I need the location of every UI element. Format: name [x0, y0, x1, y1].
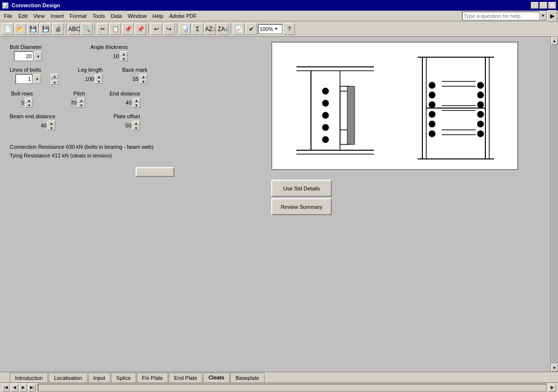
end-distance-down[interactable]: ▼ — [133, 103, 140, 108]
lines-of-bolts-input[interactable]: 1 — [16, 74, 32, 84]
tb-paste2[interactable]: 📌 — [135, 23, 146, 35]
back-mark-down[interactable]: ▼ — [140, 79, 147, 84]
help-go-button[interactable]: ▶ — [547, 10, 557, 22]
svg-point-16 — [429, 82, 435, 89]
end-distance-control: 40 ▲ ▼ — [109, 98, 140, 108]
zoom-arrow[interactable]: ▼ — [274, 27, 278, 31]
lines-of-bolts-dropdown[interactable]: ▼ — [33, 74, 41, 84]
scroll-track[interactable] — [551, 45, 558, 364]
blank-button[interactable] — [136, 167, 174, 177]
leg-length-control: 100 ▲ ▼ — [78, 74, 103, 84]
menu-view[interactable]: View — [31, 12, 48, 20]
bolt-diameter-input[interactable]: 20 — [14, 51, 33, 61]
svg-point-17 — [429, 92, 435, 98]
bolt-4 — [322, 124, 329, 131]
pitch-spinner: ▲ ▼ — [78, 98, 85, 108]
back-mark-up[interactable]: ▲ — [140, 74, 147, 79]
menu-format[interactable]: Format — [67, 12, 90, 20]
help-dropdown[interactable]: ▼ — [540, 12, 546, 20]
tab-baseplate[interactable]: Baseplate — [230, 373, 264, 382]
plate-offset-up[interactable]: ▲ — [132, 121, 140, 125]
menu-window[interactable]: Window — [125, 12, 150, 20]
menu-tools[interactable]: Tools — [90, 12, 108, 20]
use-std-details-button[interactable]: Use Std Details — [271, 180, 332, 197]
menu-data[interactable]: Data — [108, 12, 124, 20]
lines-down[interactable]: ▼ — [51, 80, 59, 85]
tb-spell[interactable]: ABC — [68, 23, 80, 35]
scroll-up-button[interactable]: ▲ — [551, 37, 558, 45]
nav-prev[interactable]: ◀ — [11, 384, 18, 392]
nav-first[interactable]: |◀ — [2, 384, 10, 392]
tb-print[interactable]: 🖨 — [52, 23, 64, 35]
svg-point-25 — [477, 111, 484, 118]
tb-bar[interactable]: 📈 — [233, 23, 245, 35]
tb-save[interactable]: 💾 — [27, 23, 39, 35]
beam-end-up[interactable]: ▲ — [47, 121, 55, 125]
minimize-button[interactable]: ─ — [531, 2, 539, 9]
menu-file[interactable]: File — [1, 12, 16, 20]
beam-end-down[interactable]: ▼ — [47, 125, 55, 130]
tb-sigma[interactable]: Σ — [192, 23, 203, 35]
pitch-up[interactable]: ▲ — [78, 98, 85, 103]
tab-fin-plate[interactable]: Fin Plate — [137, 373, 168, 382]
scroll-down-button[interactable]: ▼ — [551, 364, 558, 372]
leg-length-field: Leg length 100 ▲ ▼ — [78, 67, 103, 84]
review-summary-button[interactable]: Review Summary — [271, 198, 332, 215]
lines-up[interactable]: ▲ — [51, 74, 59, 78]
tb-cut[interactable]: ✂ — [97, 23, 108, 35]
menu-help[interactable]: Help — [150, 12, 167, 20]
leg-length-spinner: ▲ ▼ — [95, 74, 103, 84]
zoom-value: 100% — [260, 26, 273, 32]
bolt-rows-up[interactable]: ▲ — [25, 98, 33, 103]
nav-next[interactable]: ▶ — [19, 384, 27, 392]
tb-copy[interactable]: 📋 — [109, 23, 121, 35]
bottom-scrollbar[interactable] — [38, 384, 546, 392]
tb-chart[interactable]: 📊 — [179, 23, 191, 35]
tb-search[interactable]: 🔍 — [81, 23, 93, 35]
scroll-right-button[interactable]: ▶ — [548, 384, 556, 392]
tb-paste[interactable]: 📌 — [122, 23, 134, 35]
tab-introduction[interactable]: Introduction — [10, 373, 48, 382]
menu-edit[interactable]: Edit — [16, 12, 31, 20]
bolt-rows-down[interactable]: ▼ — [25, 103, 33, 108]
leg-length-down[interactable]: ▼ — [95, 79, 103, 84]
tb-new[interactable]: 📄 — [2, 23, 14, 35]
help-box: ▼ ▶ — [462, 10, 557, 22]
tab-input[interactable]: Input — [88, 373, 110, 382]
tb-sort-za[interactable]: ZA↓ — [217, 23, 229, 35]
tab-splice[interactable]: Splice — [111, 373, 136, 382]
tb-undo[interactable]: ↩ — [151, 23, 162, 35]
plate-offset-down[interactable]: ▼ — [132, 125, 140, 130]
svg-point-24 — [477, 101, 484, 108]
nav-last[interactable]: ▶| — [28, 384, 36, 392]
tab-cleats[interactable]: Cleats — [203, 373, 230, 382]
angle-thickness-spinner[interactable]: ▲ ▼ — [120, 51, 128, 61]
help-input[interactable] — [462, 12, 540, 20]
maximize-button[interactable]: □ — [540, 2, 547, 9]
angle-thickness-label: Angle thickness — [91, 44, 128, 50]
tab-localisation[interactable]: Localisation — [48, 373, 87, 382]
menu-insert[interactable]: Insert — [47, 12, 67, 20]
tb-sort-az[interactable]: AZ↓ — [204, 23, 216, 35]
tb-save2[interactable]: 💾 — [40, 23, 51, 35]
pitch-down[interactable]: ▼ — [78, 103, 85, 108]
bolt-diameter-dropdown[interactable]: ▼ — [34, 51, 42, 61]
tb-mark[interactable]: ✔ — [246, 23, 257, 35]
beam-end-distance-spinner: ▲ ▼ — [47, 121, 55, 130]
tb-redo[interactable]: ↪ — [163, 23, 175, 35]
diagram-panel: Use Std Details Review Summary — [262, 37, 558, 372]
menu-adobe[interactable]: Adobe PDF — [166, 12, 200, 20]
bolt-diameter-label: Bolt Diameter — [10, 44, 42, 50]
angle-thickness-up[interactable]: ▲ — [120, 51, 128, 56]
close-button[interactable]: ✕ — [548, 2, 556, 9]
leg-length-up[interactable]: ▲ — [95, 74, 103, 79]
bottom-bar: |◀ ◀ ▶ ▶| ▶ — [0, 382, 558, 392]
end-distance-up[interactable]: ▲ — [133, 98, 140, 103]
result-line2: Tying Resistance 412 kN (cleats in tensi… — [10, 151, 252, 160]
tb-help[interactable]: ? — [283, 23, 295, 35]
tb-open[interactable]: 📂 — [15, 23, 26, 35]
tab-end-plate[interactable]: End Plate — [169, 373, 202, 382]
back-mark-spinner: ▲ ▼ — [140, 74, 147, 84]
angle-thickness-down[interactable]: ▼ — [120, 56, 128, 61]
results-area: Connection Resistance 630 kN (bolts in b… — [10, 142, 252, 160]
